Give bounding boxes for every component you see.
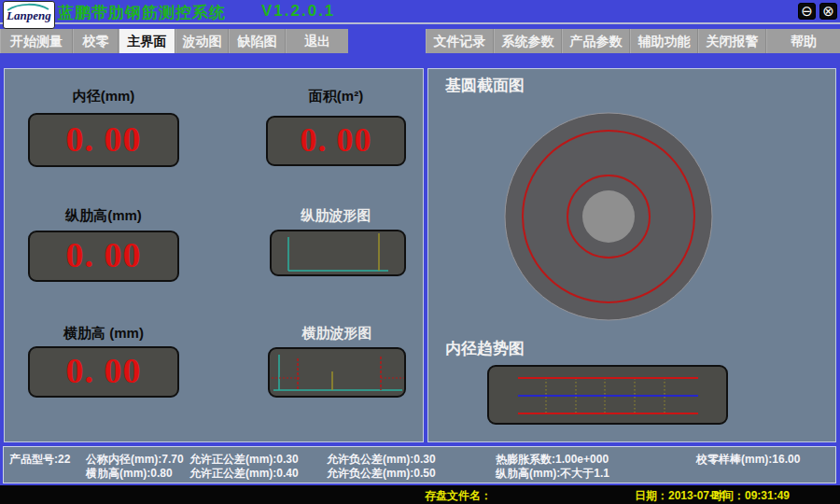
status-thermal-coeff: 热膨胀系数:1.00e+000: [496, 453, 609, 467]
status-nominal-diameter: 公称内径(mm):7.70: [86, 453, 184, 467]
cross-rib-height-label: 横肋高 (mm): [28, 325, 179, 343]
area-display: 0. 00: [266, 116, 406, 166]
minimize-button[interactable]: ⊖: [798, 3, 816, 20]
menu-file-records[interactable]: 文件记录: [426, 29, 494, 53]
app-version: V1.2.0.1: [261, 2, 335, 21]
inner-diameter-display: 0. 00: [28, 113, 179, 167]
menu-close-alarm[interactable]: 关闭报警: [698, 29, 766, 53]
bottom-bar: 存盘文件名： 日期：2013-07-24 时间：09:31:49: [0, 485, 840, 504]
time-label: 时间：09:31:49: [711, 488, 790, 504]
menu-exit[interactable]: 退出: [286, 29, 348, 53]
lanpeng-logo-icon: Lanpeng: [3, 1, 55, 29]
long-rib-waveform-plot: [272, 231, 404, 274]
close-icon: ⊗: [822, 3, 834, 19]
menu-zero-calibration[interactable]: 校零: [73, 29, 119, 53]
trend-chart-plot: [489, 367, 726, 423]
status-cross-rib-height: 横肋高(mm):0.80: [86, 467, 173, 481]
app-window: 蓝鹏带肋钢筋测控系统 V1.2.0.1 ⊖ ⊗ Lanpeng 开始测量 校零 …: [0, 0, 840, 504]
base-circle-diagram: [428, 69, 835, 349]
main-menu-right: 文件记录 系统参数 产品参数 辅助功能 关闭报警 帮助: [426, 29, 840, 53]
measurement-panel: 内径(mm) 0. 00 面积(m²) 0. 00 纵肋高(mm) 0. 00 …: [4, 68, 424, 442]
app-title: 蓝鹏带肋钢筋测控系统: [58, 2, 226, 23]
cross-rib-waveform-chart: [268, 347, 406, 398]
status-zero-rod: 校零样棒(mm):16.00: [696, 453, 800, 467]
cross-rib-waveform-label: 横肋波形图: [266, 325, 408, 343]
status-neg-tolerance-1: 允许负公差(mm):0.30: [327, 453, 436, 467]
trend-chart: [487, 365, 728, 425]
cross-rib-waveform-plot: [270, 349, 404, 396]
menu-start-measure[interactable]: 开始测量: [0, 29, 73, 53]
graphics-panel: 基圆截面图 内径趋势图: [427, 68, 836, 442]
menu-defect-chart[interactable]: 缺陷图: [229, 29, 286, 53]
inner-diameter-label: 内径(mm): [28, 88, 179, 106]
menu-auxiliary-functions[interactable]: 辅助功能: [630, 29, 698, 53]
trend-chart-title: 内径趋势图: [445, 338, 525, 359]
menu-main-screen[interactable]: 主界面: [119, 29, 175, 53]
menu-system-params[interactable]: 系统参数: [494, 29, 562, 53]
status-product-model: 产品型号:22: [9, 453, 70, 467]
long-rib-height-display: 0. 00: [28, 231, 179, 282]
titlebar-separator: [0, 22, 840, 24]
close-button[interactable]: ⊗: [819, 3, 837, 20]
title-bar: 蓝鹏带肋钢筋测控系统 V1.2.0.1 ⊖ ⊗: [0, 0, 840, 22]
status-pos-tolerance-1: 允许正公差(mm):0.30: [189, 453, 299, 467]
long-rib-height-label: 纵肋高(mm): [28, 207, 179, 226]
status-bar: 产品型号:22 公称内径(mm):7.70 横肋高(mm):0.80 允许正公差…: [3, 446, 836, 483]
status-neg-tolerance-2: 允许负公差(mm):0.50: [327, 467, 436, 481]
save-file-label: 存盘文件名：: [425, 488, 492, 504]
logo-text: Lanpeng: [6, 8, 51, 22]
long-rib-waveform-label: 纵肋波形图: [266, 207, 406, 226]
cross-rib-height-display: 0. 00: [28, 346, 179, 398]
menu-product-params[interactable]: 产品参数: [562, 29, 630, 53]
status-pos-tolerance-2: 允许正公差(mm):0.40: [189, 467, 299, 481]
status-long-rib-limit: 纵肋高(mm):不大于1.1: [496, 467, 609, 481]
area-label: 面积(m²): [266, 88, 406, 106]
menu-help[interactable]: 帮助: [766, 29, 840, 53]
menu-fluctuation-chart[interactable]: 波动图: [175, 29, 229, 53]
minimize-icon: ⊖: [801, 3, 813, 19]
main-menu-left: 开始测量 校零 主界面 波动图 缺陷图 退出: [0, 29, 348, 53]
long-rib-waveform-chart: [270, 230, 406, 276]
